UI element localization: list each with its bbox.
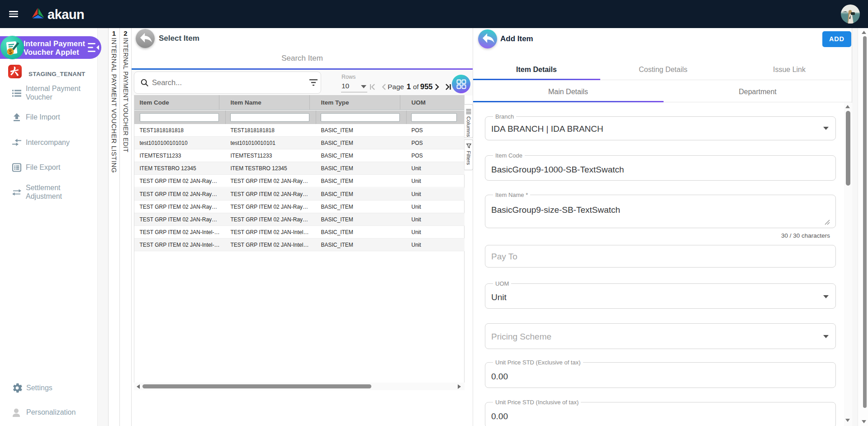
- svg-text:$: $: [9, 49, 12, 55]
